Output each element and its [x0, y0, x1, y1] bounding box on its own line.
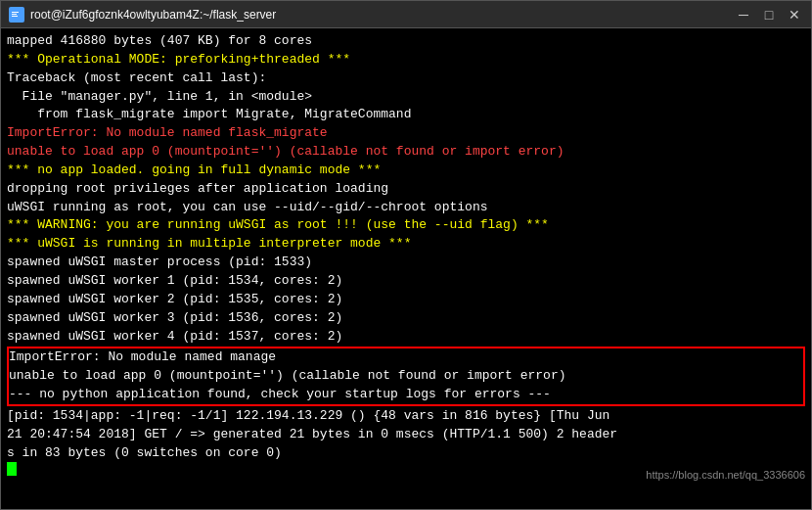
- minimize-button[interactable]: ─: [735, 6, 752, 23]
- terminal-after-lines: [pid: 1534|app: -1|req: -1/1] 122.194.13…: [7, 407, 805, 463]
- watermark: https://blog.csdn.net/qq_3336606: [646, 468, 805, 484]
- svg-rect-1: [12, 14, 17, 15]
- maximize-button[interactable]: □: [760, 6, 778, 23]
- title-bar: root@iZuf6gfoznk4owltyubam4Z:~/flask_ser…: [1, 1, 811, 28]
- close-button[interactable]: ✕: [786, 6, 803, 23]
- terminal-window: root@iZuf6gfoznk4owltyubam4Z:~/flask_ser…: [0, 0, 812, 510]
- terminal-body: mapped 416880 bytes (407 KB) for 8 cores…: [1, 28, 811, 509]
- terminal-cursor: [7, 462, 17, 476]
- window-controls: ─ □ ✕: [735, 6, 803, 23]
- terminal-output: mapped 416880 bytes (407 KB) for 8 cores…: [7, 32, 805, 346]
- title-bar-left: root@iZuf6gfoznk4owltyubam4Z:~/flask_ser…: [9, 7, 276, 23]
- terminal-icon: [9, 7, 24, 23]
- window-title: root@iZuf6gfoznk4owltyubam4Z:~/flask_ser…: [30, 8, 276, 22]
- svg-rect-2: [12, 16, 18, 17]
- highlighted-error-block: ImportError: No module named manageunabl…: [7, 347, 805, 406]
- svg-rect-0: [12, 12, 19, 13]
